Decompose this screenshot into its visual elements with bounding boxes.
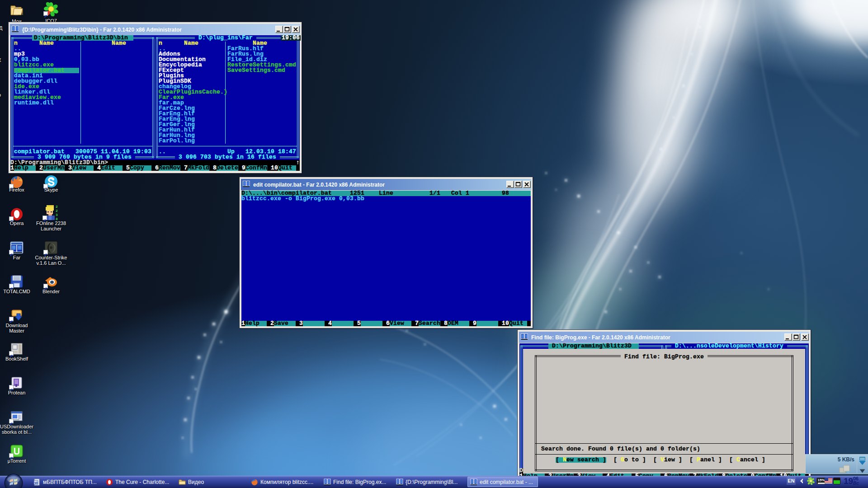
svg-text:2: 2 (56, 205, 58, 209)
svg-text:2: 2 (56, 209, 58, 213)
svg-text:3: 3 (56, 213, 58, 217)
